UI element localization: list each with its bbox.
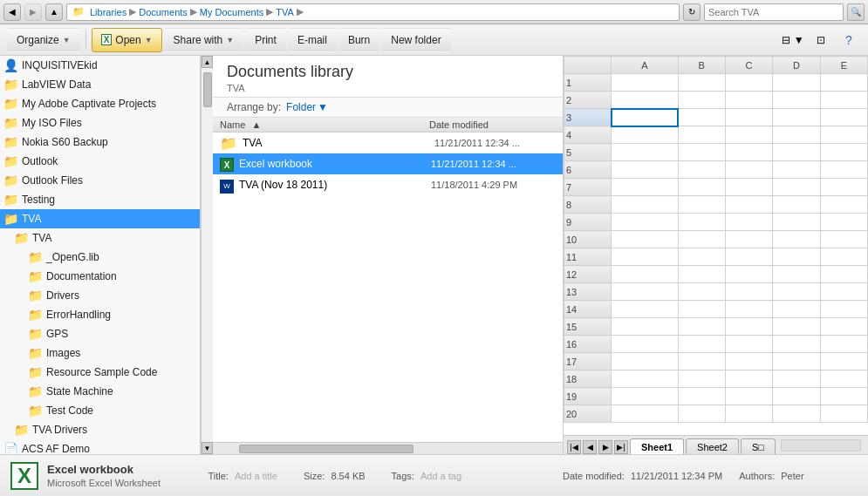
cell-E10[interactable] bbox=[820, 231, 867, 248]
cell-C3[interactable] bbox=[725, 109, 772, 126]
cell-C11[interactable] bbox=[725, 248, 772, 266]
scroll-down-button[interactable]: ▼ bbox=[202, 442, 213, 454]
cell-D1[interactable] bbox=[773, 74, 820, 92]
cell-E4[interactable] bbox=[820, 126, 867, 144]
scroll-up-button[interactable]: ▲ bbox=[202, 56, 213, 68]
cell-E14[interactable] bbox=[820, 301, 867, 318]
back-button[interactable]: ◀ bbox=[3, 3, 21, 21]
search-button[interactable]: 🔍 bbox=[847, 3, 865, 21]
sidebar-item-state-machine[interactable]: 📁State Machine bbox=[0, 382, 200, 401]
cell-B5[interactable] bbox=[678, 144, 725, 161]
cell-B11[interactable] bbox=[678, 248, 725, 266]
cell-B19[interactable] bbox=[678, 388, 725, 405]
sidebar-item-_openg[interactable]: 📁_OpenG.lib bbox=[0, 248, 200, 267]
cell-A7[interactable] bbox=[612, 179, 678, 196]
cell-E6[interactable] bbox=[820, 161, 867, 179]
cell-A17[interactable] bbox=[612, 353, 678, 370]
sheet-tab-sheet2[interactable]: Sheet2 bbox=[686, 438, 739, 454]
sheet-first-button[interactable]: |◀ bbox=[567, 440, 581, 454]
cell-E13[interactable] bbox=[820, 283, 867, 301]
cell-D2[interactable] bbox=[773, 92, 820, 109]
scroll-thumb[interactable] bbox=[203, 72, 212, 107]
cell-C13[interactable] bbox=[725, 283, 772, 301]
cell-A18[interactable] bbox=[612, 370, 678, 388]
cell-C6[interactable] bbox=[725, 161, 772, 179]
sidebar-item-tva-tree[interactable]: 📁TVA bbox=[0, 228, 200, 248]
sheet-horizontal-scroll[interactable] bbox=[781, 439, 861, 452]
cell-E9[interactable] bbox=[820, 214, 867, 231]
cell-D19[interactable] bbox=[773, 388, 820, 405]
cell-A16[interactable] bbox=[612, 336, 678, 353]
cell-A13[interactable] bbox=[612, 283, 678, 301]
cell-A1[interactable] bbox=[612, 74, 678, 92]
arrange-folder-button[interactable]: Folder ▼ bbox=[286, 101, 328, 113]
cell-D3[interactable] bbox=[773, 109, 820, 126]
sidebar-item-outlook-files[interactable]: 📁Outlook Files bbox=[0, 171, 200, 190]
sidebar-item-my-iso[interactable]: 📁My ISO Files bbox=[0, 113, 200, 132]
cell-B15[interactable] bbox=[678, 318, 725, 336]
cell-B7[interactable] bbox=[678, 179, 725, 196]
cell-D18[interactable] bbox=[773, 370, 820, 388]
cell-D9[interactable] bbox=[773, 214, 820, 231]
sidebar-scrollbar[interactable]: ▲ ▼ bbox=[201, 56, 213, 454]
help-button[interactable]: ? bbox=[837, 28, 861, 52]
cell-B9[interactable] bbox=[678, 214, 725, 231]
cell-C18[interactable] bbox=[725, 370, 772, 388]
cell-A19[interactable] bbox=[612, 388, 678, 405]
breadcrumb-documents[interactable]: Documents bbox=[139, 7, 188, 17]
cell-E18[interactable] bbox=[820, 370, 867, 388]
cell-B14[interactable] bbox=[678, 301, 725, 318]
sidebar-item-tva-root[interactable]: 📁TVA bbox=[0, 209, 200, 228]
sheet-last-button[interactable]: ▶| bbox=[614, 440, 628, 454]
refresh-button[interactable]: ↻ bbox=[683, 3, 701, 21]
breadcrumb-libraries[interactable]: Libraries bbox=[90, 7, 126, 17]
sidebar-item-outlook[interactable]: 📁Outlook bbox=[0, 152, 200, 171]
cell-D16[interactable] bbox=[773, 336, 820, 353]
cell-D8[interactable] bbox=[773, 196, 820, 214]
cell-B12[interactable] bbox=[678, 266, 725, 283]
cell-D17[interactable] bbox=[773, 353, 820, 370]
file-row[interactable]: WTVA (Nov 18 2011)11/18/2011 4:29 PM bbox=[213, 174, 563, 195]
horizontal-scrollbar[interactable] bbox=[213, 442, 563, 454]
cell-A9[interactable] bbox=[612, 214, 678, 231]
cell-C10[interactable] bbox=[725, 231, 772, 248]
hscroll-thumb[interactable] bbox=[239, 445, 413, 453]
cell-A3[interactable] bbox=[612, 109, 678, 126]
cell-A2[interactable] bbox=[612, 92, 678, 109]
sidebar-item-testing[interactable]: 📁Testing bbox=[0, 190, 200, 209]
up-button[interactable]: ▲ bbox=[45, 3, 63, 21]
cell-B3[interactable] bbox=[678, 109, 725, 126]
sheet-prev-button[interactable]: ◀ bbox=[583, 440, 597, 454]
cell-C14[interactable] bbox=[725, 301, 772, 318]
view-options-button[interactable]: ⊟ ▼ bbox=[781, 28, 805, 52]
cell-A14[interactable] bbox=[612, 301, 678, 318]
cell-A11[interactable] bbox=[612, 248, 678, 266]
sidebar-item-documentation[interactable]: 📁Documentation bbox=[0, 267, 200, 286]
cell-C5[interactable] bbox=[725, 144, 772, 161]
column-name-header[interactable]: Name ▲ bbox=[220, 119, 429, 130]
breadcrumb-tva[interactable]: TVA bbox=[276, 7, 294, 17]
share-with-button[interactable]: Share with ▼ bbox=[164, 28, 244, 52]
cell-E11[interactable] bbox=[820, 248, 867, 266]
sidebar-item-tva-drivers[interactable]: 📁TVA Drivers bbox=[0, 420, 200, 439]
column-date-header[interactable]: Date modified bbox=[429, 119, 556, 130]
cell-E3[interactable] bbox=[820, 109, 867, 126]
tags-value[interactable]: Add a tag bbox=[420, 471, 461, 481]
cell-D14[interactable] bbox=[773, 301, 820, 318]
forward-button[interactable]: ▶ bbox=[24, 3, 42, 21]
cell-A12[interactable] bbox=[612, 266, 678, 283]
cell-D5[interactable] bbox=[773, 144, 820, 161]
cell-B2[interactable] bbox=[678, 92, 725, 109]
cell-B17[interactable] bbox=[678, 353, 725, 370]
cell-B4[interactable] bbox=[678, 126, 725, 144]
preview-pane-button[interactable]: ⊡ bbox=[809, 28, 833, 52]
cell-D13[interactable] bbox=[773, 283, 820, 301]
cell-B13[interactable] bbox=[678, 283, 725, 301]
cell-B1[interactable] bbox=[678, 74, 725, 92]
cell-A6[interactable] bbox=[612, 161, 678, 179]
cell-C17[interactable] bbox=[725, 353, 772, 370]
cell-D20[interactable] bbox=[773, 405, 820, 423]
cell-C20[interactable] bbox=[725, 405, 772, 423]
cell-E1[interactable] bbox=[820, 74, 867, 92]
cell-C2[interactable] bbox=[725, 92, 772, 109]
